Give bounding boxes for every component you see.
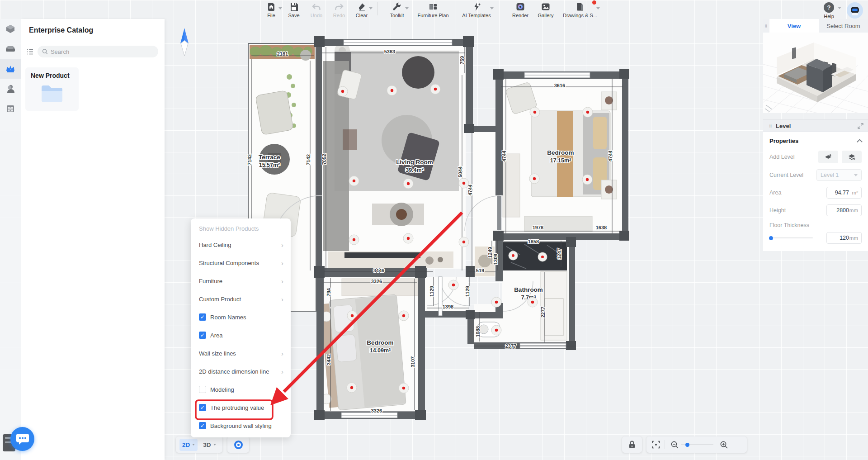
collapse-chevron-icon[interactable] (857, 139, 863, 145)
svg-text:3616: 3616 (554, 83, 565, 88)
chevron-right-icon: › (281, 368, 283, 375)
clear-button[interactable]: Clear (350, 0, 373, 18)
sidebar-item-models[interactable] (0, 19, 21, 39)
person-icon (5, 83, 16, 94)
undo-button[interactable]: Undo (305, 0, 328, 18)
mode-2d-button[interactable]: 2D (179, 439, 198, 451)
slider-knob[interactable] (769, 236, 773, 240)
zoom-divider (665, 440, 665, 449)
checkbox-checked-icon[interactable]: ✓ (199, 422, 206, 429)
floor-thickness-slider[interactable] (769, 237, 813, 238)
zoom-slider[interactable] (681, 444, 713, 445)
render-button[interactable]: Render (508, 0, 533, 18)
search-input[interactable] (51, 48, 154, 55)
caret-down-icon[interactable] (838, 7, 841, 9)
menu-item-hard-ceiling[interactable]: Hard Ceiling› (191, 236, 291, 254)
furniture-plan-button[interactable]: Furniture Plan (411, 0, 455, 18)
svg-text:3326: 3326 (371, 408, 382, 413)
redo-button[interactable]: Redo (328, 0, 350, 18)
search-box[interactable] (38, 46, 158, 57)
help-button[interactable]: ? Help (824, 2, 834, 19)
cube-icon (5, 24, 16, 34)
height-input[interactable] (830, 207, 849, 213)
svg-text:Bedroom: Bedroom (547, 149, 574, 156)
caret-down-icon (854, 174, 858, 176)
menu-item-furniture[interactable]: Furniture› (191, 272, 291, 290)
svg-text:3107: 3107 (410, 356, 415, 367)
checkbox-checked-icon[interactable]: ✓ (199, 404, 206, 411)
new-product-card[interactable]: New Product (25, 67, 79, 111)
ai-templates-button[interactable]: AI Templates (455, 0, 498, 18)
menu-item-area[interactable]: ✓Area (191, 326, 291, 344)
menu-item-custom-product[interactable]: Custom Product› (191, 290, 291, 308)
zoom-out-button[interactable] (670, 441, 679, 449)
drag-handle-icon[interactable]: ⣿ (763, 19, 769, 33)
add-level-below-button[interactable] (818, 151, 838, 163)
checkbox-checked-icon[interactable]: ✓ (199, 313, 206, 321)
area-input[interactable] (830, 190, 849, 196)
svg-text:1088: 1088 (475, 326, 481, 337)
sidebar-item-profile[interactable] (0, 79, 21, 99)
svg-text:Bathroom: Bathroom (514, 286, 543, 293)
tab-select-room[interactable]: Select Room (819, 19, 868, 33)
menu-item-room-names[interactable]: ✓Room Names (191, 308, 291, 326)
current-level-select[interactable]: Level 1 (816, 169, 862, 181)
svg-text:5363: 5363 (384, 49, 395, 54)
svg-text:1129: 1129 (465, 286, 470, 297)
height-field: mm (826, 204, 862, 216)
chat-button[interactable] (10, 427, 34, 451)
mode-3d-button[interactable]: 3D (200, 439, 218, 451)
sidebar-item-furniture[interactable] (0, 39, 21, 59)
3d-preview-svg (763, 33, 868, 113)
menu-item-structural-components[interactable]: Structural Components› (191, 254, 291, 272)
eye-icon (234, 441, 243, 449)
svg-text:1249: 1249 (487, 247, 493, 258)
floor-thickness-input[interactable] (830, 235, 849, 241)
expand-icon[interactable] (858, 123, 863, 129)
toolkit-button[interactable]: Toolkit (382, 0, 411, 18)
zoom-slider-knob[interactable] (685, 443, 689, 447)
lock-button[interactable] (622, 436, 642, 453)
area-field: m² (826, 187, 862, 199)
caret-down-icon (405, 7, 409, 9)
caret-down-icon (596, 7, 600, 9)
svg-text:7052: 7052 (321, 154, 327, 165)
undo-icon (311, 2, 321, 12)
svg-text:2181: 2181 (277, 51, 288, 57)
add-level-above-button[interactable] (842, 151, 862, 163)
svg-text:Living Room: Living Room (396, 159, 433, 166)
save-button[interactable]: Save (283, 0, 305, 18)
sidebar-item-enterprise-catalog[interactable] (0, 59, 21, 79)
avatar[interactable] (847, 2, 863, 19)
drawings-button[interactable]: Drawings & S... (558, 0, 602, 18)
3d-preview[interactable] (763, 33, 868, 113)
fit-screen-button[interactable] (652, 441, 660, 449)
folder-icon (39, 83, 65, 104)
svg-text:4744: 4744 (501, 150, 507, 161)
menu-item-modeling[interactable]: Modeling (191, 380, 291, 398)
gallery-button[interactable]: Gallery (533, 0, 558, 18)
view-mode-bar: 2D 3D (176, 436, 222, 453)
list-icon[interactable] (26, 48, 34, 56)
zoom-in-button[interactable] (720, 441, 728, 449)
caret-down-icon (192, 444, 195, 446)
chevron-right-icon: › (281, 350, 283, 357)
menu-item-2d-distance-dimension-line[interactable]: 2D distance dimension line› (191, 362, 291, 380)
save-icon (289, 2, 299, 12)
checkbox-checked-icon[interactable]: ✓ (199, 332, 206, 339)
level-bar[interactable]: ⣿ Level (763, 119, 868, 132)
menu-item-background-wall-styling[interactable]: ✓Background wall styling (191, 417, 291, 435)
visibility-toggle-button[interactable] (227, 436, 249, 453)
file-button[interactable]: File (260, 0, 283, 18)
lock-icon (628, 440, 636, 449)
menu-item-wall-size-lines[interactable]: Wall size lines› (191, 344, 291, 362)
page-title: Enterprise Catalog (21, 19, 165, 40)
checkbox-unchecked-icon[interactable] (199, 386, 206, 393)
svg-text:794: 794 (326, 288, 331, 296)
chevron-right-icon: › (281, 241, 283, 249)
menu-header: Show Hidden Products (191, 221, 291, 236)
sidebar-item-storage[interactable] (0, 99, 21, 119)
menu-item-the-protruding-value[interactable]: ✓The protruding value (191, 398, 291, 417)
svg-text:7142: 7142 (247, 154, 252, 165)
tab-view[interactable]: View (769, 19, 819, 33)
